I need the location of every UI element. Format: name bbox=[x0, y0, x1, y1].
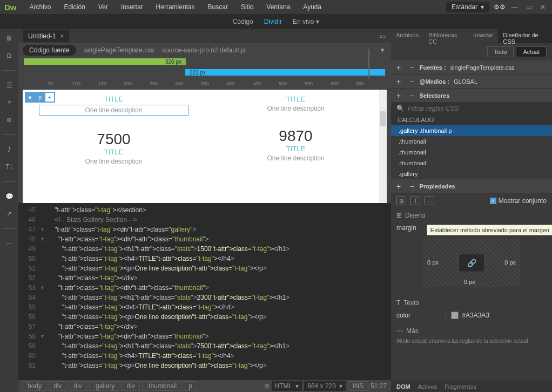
workspace-dropdown[interactable]: Estándar▾ bbox=[446, 2, 489, 12]
close-button[interactable]: ✕ bbox=[538, 3, 548, 11]
checkbox-icon[interactable]: ✓ bbox=[490, 198, 496, 204]
wand-icon[interactable]: ⤴ bbox=[4, 145, 14, 154]
manage-icon[interactable]: ☰ bbox=[4, 80, 14, 90]
code-line[interactable]: 48▼ "t-attr">class="t-tag"><div "t-attr"… bbox=[18, 234, 391, 244]
crumb-thumbnail[interactable]: .thumbnail bbox=[142, 381, 181, 391]
code-line[interactable]: 53▼ "t-attr">class="t-tag"><div "t-attr"… bbox=[18, 283, 391, 293]
file-open-icon[interactable]: 🗋 bbox=[4, 51, 14, 60]
view-live[interactable]: En vivo▾ bbox=[293, 18, 319, 25]
list-icon[interactable]: ≡ bbox=[4, 98, 14, 107]
filter-input[interactable] bbox=[408, 105, 547, 112]
toggle-all[interactable]: Todo bbox=[487, 46, 514, 57]
code-line[interactable]: 50 "t-attr">class="t-tag"><h4>TITLE"t-at… bbox=[18, 254, 391, 263]
code-line[interactable]: 54 "t-attr">class="t-tag"><h1 "t-attr">c… bbox=[18, 293, 391, 302]
menu-ventana[interactable]: Ventana bbox=[261, 1, 295, 13]
code-line[interactable]: 51 "t-attr">class="t-tag"><p>One line de… bbox=[18, 263, 391, 273]
selector-item[interactable]: .gallery .thumbnail p bbox=[391, 125, 552, 136]
menu-sitio[interactable]: Sitio bbox=[235, 1, 259, 13]
minus-icon[interactable]: – bbox=[410, 183, 414, 190]
add-property-icon[interactable]: + bbox=[396, 182, 405, 191]
properties-section[interactable]: + – Propiedades bbox=[391, 179, 552, 193]
file-icon[interactable]: 🗎 bbox=[4, 33, 14, 43]
panel-toggle-icon[interactable]: ▭ bbox=[380, 32, 391, 40]
tab-dom[interactable]: DOM bbox=[396, 383, 410, 390]
target-icon[interactable]: ⊕ bbox=[4, 115, 14, 125]
viewport-marker[interactable] bbox=[368, 49, 369, 82]
add-media-icon[interactable]: + bbox=[396, 77, 405, 86]
show-set-toggle[interactable]: ✓ Mostrar conjunto bbox=[490, 197, 547, 205]
js-file-link[interactable]: source-sans-pro:n2:default.js bbox=[162, 46, 246, 54]
selector-item[interactable]: .thumbnail bbox=[391, 147, 552, 158]
element-toolbar[interactable]: ≡ p + bbox=[25, 92, 55, 103]
menu-insertar[interactable]: Insertar bbox=[116, 1, 149, 13]
code-line[interactable]: 46 <!-- Stats Gallery Section --> bbox=[18, 215, 391, 225]
code-line[interactable]: 58▼ "t-attr">class="t-tag"><div "t-attr"… bbox=[18, 332, 391, 341]
selector-item[interactable]: .thumbnail bbox=[391, 158, 552, 168]
menu-edicion[interactable]: Edición bbox=[59, 1, 91, 13]
maximize-button[interactable]: ▭ bbox=[524, 3, 534, 11]
crumb-div2[interactable]: div bbox=[69, 381, 86, 391]
code-line[interactable]: 59 "t-attr">class="t-tag"><h1 "t-attr">c… bbox=[18, 341, 391, 351]
language-select[interactable]: HTML▾ bbox=[272, 381, 302, 391]
tab-activos[interactable]: Activos bbox=[418, 383, 437, 390]
filter-icon[interactable]: ▼ bbox=[379, 46, 386, 54]
mq-mobile[interactable]: 320 px bbox=[24, 58, 186, 65]
code-line[interactable]: 45 "t-attr">class="t-tag"></section> bbox=[18, 205, 391, 215]
error-icon[interactable]: ⊘ bbox=[264, 382, 270, 390]
css-file-link[interactable]: singlePageTemplate.css bbox=[84, 46, 154, 54]
view-code[interactable]: Código bbox=[233, 18, 253, 25]
tab-archivos[interactable]: Archivos bbox=[391, 29, 423, 43]
hamburger-icon[interactable]: ≡ bbox=[26, 93, 35, 102]
more-prop-icon[interactable]: ⋯ bbox=[425, 197, 434, 205]
tab-bibliotecas[interactable]: Bibliotecas CC bbox=[423, 29, 468, 43]
crumb-body[interactable]: body bbox=[23, 381, 46, 391]
menu-buscar[interactable]: Buscar bbox=[203, 1, 233, 13]
selectors-section[interactable]: + – Selectores bbox=[391, 89, 552, 103]
color-swatch[interactable] bbox=[451, 312, 459, 319]
code-line[interactable]: 55 "t-attr">class="t-tag"><h4>TITLE"t-at… bbox=[18, 302, 391, 312]
add-selector-icon[interactable]: + bbox=[396, 91, 405, 100]
tab-close-icon[interactable]: × bbox=[60, 32, 64, 40]
menu-ayuda[interactable]: Ayuda bbox=[298, 1, 327, 13]
minus-icon[interactable]: – bbox=[410, 64, 414, 71]
up-icon[interactable]: ↗ bbox=[4, 209, 14, 219]
code-line[interactable]: 52 "t-attr">class="t-tag"></div> bbox=[18, 273, 391, 283]
add-source-icon[interactable]: + bbox=[396, 63, 405, 72]
add-icon[interactable]: + bbox=[45, 93, 54, 102]
code-editor[interactable]: 45 "t-attr">class="t-tag"></section>46 <… bbox=[18, 203, 391, 380]
sync-icon[interactable]: ⚙⚙ bbox=[494, 3, 506, 11]
tab-fragmentos[interactable]: Fragmentos bbox=[445, 383, 476, 390]
view-split[interactable]: Dividir bbox=[264, 18, 282, 25]
menu-archivo[interactable]: Archivo bbox=[24, 1, 57, 13]
crumb-div3[interactable]: div bbox=[122, 381, 139, 391]
comment-icon[interactable]: 💬 bbox=[4, 192, 14, 201]
minus-icon[interactable]: – bbox=[410, 92, 414, 99]
code-line[interactable]: 49 "t-attr">class="t-tag"><h1 "t-attr">c… bbox=[18, 244, 391, 254]
filter-selectors[interactable]: 🔍 bbox=[391, 103, 552, 114]
preview-scrollbar[interactable] bbox=[379, 90, 387, 203]
link-icon[interactable]: 🔗 bbox=[467, 259, 476, 267]
desc-1-selected[interactable]: One line description bbox=[39, 106, 188, 114]
toggle-current[interactable]: Actual bbox=[516, 46, 547, 57]
source-code-chip[interactable]: Código fuente bbox=[23, 45, 76, 56]
margin-box-model[interactable]: 0 px 0 px 0 px 🔗 bbox=[423, 239, 520, 287]
layout-prop-icon[interactable]: ⊞ bbox=[396, 197, 406, 205]
code-line[interactable]: 56 "t-attr">class="t-tag"><p>One line de… bbox=[18, 312, 391, 322]
menu-ver[interactable]: Ver bbox=[93, 1, 113, 13]
mq-tablet[interactable]: 321 px bbox=[185, 69, 385, 76]
media-section[interactable]: + – @Medios : GLOBAL bbox=[391, 75, 552, 89]
minus-icon[interactable]: – bbox=[410, 78, 414, 85]
code-line[interactable]: 57 "t-attr">class="t-tag"></div> bbox=[18, 322, 391, 332]
menu-herramientas[interactable]: Herramientas bbox=[151, 1, 200, 13]
text-icon[interactable]: T↓ bbox=[4, 162, 14, 172]
code-line[interactable]: 47▼ "t-attr">class="t-tag"><div "t-attr"… bbox=[18, 225, 391, 234]
minimize-button[interactable]: — bbox=[510, 3, 520, 11]
insert-mode[interactable]: INS bbox=[348, 381, 368, 391]
crumb-p[interactable]: p bbox=[184, 381, 197, 391]
crumb-div[interactable]: div bbox=[49, 381, 66, 391]
more-icon[interactable]: ⋯ bbox=[4, 239, 14, 248]
code-line[interactable]: 60 "t-attr">class="t-tag"><h4>TITLE"t-at… bbox=[18, 351, 391, 361]
tab-css-designer[interactable]: Diseñador de CSS bbox=[498, 29, 552, 43]
tab-insertar[interactable]: Insertar bbox=[468, 29, 498, 43]
selector-item[interactable]: .gallery bbox=[391, 168, 552, 179]
